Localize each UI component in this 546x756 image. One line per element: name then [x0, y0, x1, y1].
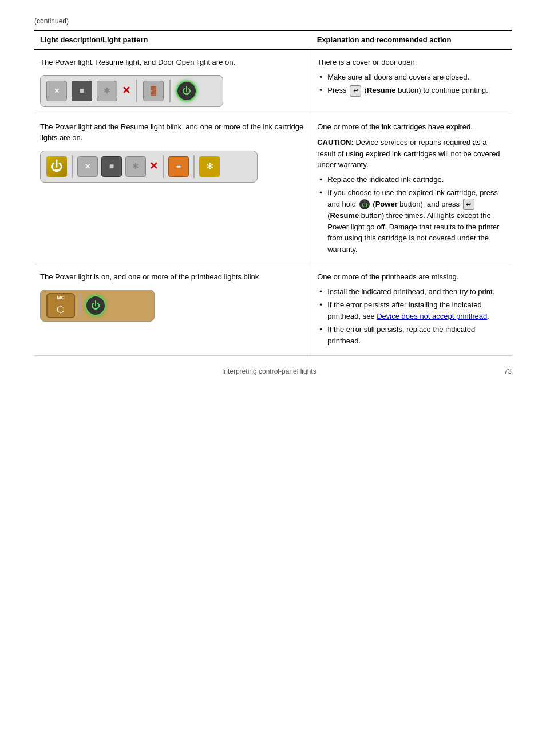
- power-button-icon: ⏻: [176, 81, 197, 101]
- ink-icon-2: ■: [72, 81, 92, 101]
- col2-header: Explanation and recommended action: [311, 30, 512, 49]
- continued-label: (continued): [34, 17, 512, 25]
- device-not-accept-link[interactable]: Device does not accept printhead: [377, 312, 487, 320]
- table-row: The Power light and the Resume light bli…: [34, 114, 512, 264]
- x-mark: ✕: [122, 83, 130, 98]
- divider4: [163, 155, 164, 178]
- ink-icon-b: ■: [101, 156, 122, 177]
- divider5: [193, 155, 195, 178]
- power-inline-icon: ⏻: [359, 199, 370, 209]
- row3-panel-image: MC ⬡ ⏻: [40, 290, 155, 322]
- power-lit-icon: ⏻: [85, 295, 106, 316]
- row2-panel-image: ⏻ ✕ ■ ✱ ✕ ≡ ✻: [40, 151, 258, 183]
- row2-bullet-list: Replace the indicated ink cartridge. If …: [317, 174, 506, 255]
- table-row: The Power light is on, and one or more o…: [34, 264, 512, 356]
- door-open-icon: 🚪: [143, 81, 164, 101]
- row2-bullet-1: Replace the indicated ink cartridge.: [317, 174, 506, 185]
- col1-header: Light description/Light pattern: [34, 30, 311, 49]
- row2-caution-paragraph: CAUTION: Device services or repairs requ…: [317, 137, 506, 171]
- ink-expired-icon: ≡: [168, 156, 189, 177]
- row2-explanation-intro: One or more of the ink cartridges have e…: [317, 122, 473, 131]
- row3-explanation-cell: One or more of the printheads are missin…: [311, 264, 512, 356]
- power-blink-icon: ⏻: [46, 156, 67, 177]
- row1-explanation-cell: There is a cover or door open. Make sure…: [311, 49, 512, 114]
- row2-description-cell: The Power light and the Resume light bli…: [34, 114, 311, 264]
- row2-explanation-cell: One or more of the ink cartridges have e…: [311, 114, 512, 264]
- row3-bullet-list: Install the indicated printhead, and the…: [317, 286, 506, 347]
- ink-icon-a: ✕: [77, 156, 98, 177]
- divider: [136, 80, 137, 102]
- divider3: [72, 155, 73, 178]
- footer-right: 73: [504, 367, 512, 375]
- row3-description-cell: The Power light is on, and one or more o…: [34, 264, 311, 356]
- row1-explanation-intro: There is a cover or door open.: [317, 58, 417, 66]
- resume-inline-icon2: ↩: [463, 199, 474, 210]
- table-row: The Power light, Resume light, and Door …: [34, 49, 512, 114]
- row1-panel-image: ✕ ■ ✱ ✕ 🚪 ⏻: [40, 75, 223, 107]
- row1-description-text: The Power light, Resume light, and Door …: [40, 58, 235, 66]
- caution-label: CAUTION:: [317, 138, 354, 147]
- row1-description-cell: The Power light, Resume light, and Door …: [34, 49, 311, 114]
- ink-icon-1: ✕: [46, 81, 67, 101]
- main-table: Light description/Light pattern Explanat…: [34, 30, 512, 356]
- divider2: [169, 80, 171, 102]
- row2-bullet-2: If you choose to use the expired ink car…: [317, 187, 506, 255]
- row2-description-text: The Power light and the Resume light bli…: [40, 122, 303, 143]
- row3-description-text: The Power light is on, and one or more o…: [40, 272, 261, 281]
- row1-bullet-1: Make sure all doors and covers are close…: [317, 72, 506, 83]
- resume-inline-icon: ↩: [350, 85, 361, 97]
- row3-explanation-intro: One or more of the printheads are missin…: [317, 272, 458, 281]
- footer-center: Interpreting control-panel lights: [222, 367, 316, 375]
- printhead-icon: MC ⬡: [46, 293, 75, 318]
- ink-icon-3: ✱: [97, 81, 117, 101]
- row3-bullet-1: Install the indicated printhead, and the…: [317, 286, 506, 298]
- x-mark2: ✕: [149, 159, 158, 174]
- row3-bullet-2: If the error persists after installing t…: [317, 299, 506, 322]
- row3-bullet-3: If the error still persists, replace the…: [317, 324, 506, 346]
- ink-icon-c: ✱: [125, 156, 146, 177]
- divider6: [80, 294, 81, 317]
- row1-bullet-2: Press ↩ (Resume button) to continue prin…: [317, 85, 506, 97]
- row1-bullet-list: Make sure all doors and covers are close…: [317, 72, 506, 97]
- resume-blink-icon: ✻: [199, 156, 220, 177]
- footer: Interpreting control-panel lights 73: [34, 367, 512, 375]
